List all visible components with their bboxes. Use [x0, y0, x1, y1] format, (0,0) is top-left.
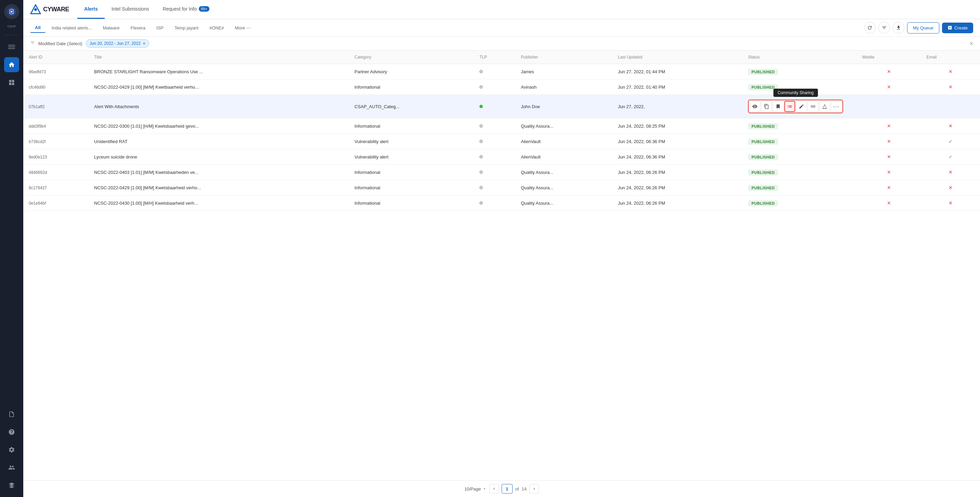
- funnel-icon[interactable]: [30, 40, 35, 46]
- svg-rect-2: [8, 45, 15, 46]
- sidebar-item-reports[interactable]: [4, 407, 19, 422]
- prev-page-button[interactable]: [489, 484, 499, 494]
- refresh-button[interactable]: [864, 22, 876, 33]
- copy-button[interactable]: [761, 101, 772, 112]
- sidebar-divider: [5, 35, 19, 35]
- table-row[interactable]: cfc46d90NCSC-2022-0429 [1.00] [M/M] Kwet…: [23, 80, 980, 95]
- more-actions-button[interactable]: ⋯: [831, 101, 842, 112]
- cell-title: BRONZE STARLIGHT Ransomware Operations U…: [89, 64, 349, 80]
- sidebar-item-home[interactable]: [4, 57, 19, 72]
- tab-intel-submissions[interactable]: Intel Submissions: [105, 0, 156, 19]
- filter-chip-close[interactable]: ×: [143, 41, 145, 46]
- tab-alerts[interactable]: Alerts: [77, 0, 105, 19]
- cell-email: ✕: [921, 118, 980, 134]
- main-content: CYWARE Alerts Intel Submissions Request …: [23, 0, 980, 497]
- cell-status: PUBLISHED: [743, 196, 857, 211]
- table-row[interactable]: 96edfd73BRONZE STARLIGHT Ransomware Oper…: [23, 64, 980, 80]
- status-badge: PUBLISHED: [748, 169, 778, 175]
- sidebar-item-users[interactable]: [4, 460, 19, 475]
- cell-last-updated: Jun 24, 2022, 06:26 PM: [612, 165, 743, 180]
- table-row[interactable]: 8c179437NCSC-2022-0429 [1.00] [M/M] Kwet…: [23, 180, 980, 196]
- status-badge: PUBLISHED: [748, 139, 778, 145]
- filter-tab-more[interactable]: More ⋯: [230, 23, 256, 32]
- filter-chip[interactable]: Jun 20, 2022 - Jun 27, 2022 ×: [86, 39, 150, 48]
- filter-tab-malware[interactable]: Malware: [98, 23, 124, 32]
- app-name-label: CSAP: [8, 25, 16, 28]
- cell-email: ✕: [921, 165, 980, 180]
- cell-title: Lyceum suicide drone: [89, 149, 349, 165]
- cell-publisher: Avinash: [515, 80, 612, 95]
- table-row[interactable]: b738cd2fUnidentified RATVulnerability al…: [23, 134, 980, 149]
- row-actions-wrapper: ⋯: [748, 100, 843, 113]
- cell-title: NCSC-2022-0430 [1.00] [M/H] Kwetsbaarhei…: [89, 196, 349, 211]
- tlp-button[interactable]: [819, 101, 830, 112]
- cell-tlp: [474, 118, 515, 134]
- table-row[interactable]: 4846692dNCSC-2022-0403 [1.01] [M/M] Kwet…: [23, 165, 980, 180]
- cell-mobile: ✕: [857, 196, 921, 211]
- brand-name: CYWARE: [43, 6, 69, 13]
- filter-tab-all[interactable]: All: [30, 23, 46, 33]
- sidebar-item-help[interactable]: [4, 424, 19, 440]
- sidebar-item-dashboard[interactable]: [4, 75, 19, 90]
- cell-publisher: AlienVault: [515, 134, 612, 149]
- pagination-bar: 10/Page 1 of 14: [23, 480, 980, 497]
- cell-email: ✕: [921, 196, 980, 211]
- tab-request-for-info[interactable]: Request for Info 99+: [156, 0, 216, 19]
- col-category: Category: [349, 51, 474, 64]
- cell-tlp: [474, 196, 515, 211]
- sidebar-item-menu[interactable]: [4, 39, 19, 54]
- cell-status: PUBLISHED: [743, 149, 857, 165]
- cell-publisher: Quality Assura...: [515, 180, 612, 196]
- cell-category: Informational: [349, 196, 474, 211]
- svg-rect-6: [12, 80, 14, 83]
- export-button[interactable]: [893, 22, 904, 33]
- cell-last-updated: Jun 27, 2022, 01:40 PM: [612, 80, 743, 95]
- community-sharing-button[interactable]: [784, 101, 795, 112]
- svg-point-1: [11, 11, 12, 12]
- my-queue-button[interactable]: My Queue: [907, 22, 939, 33]
- table-row[interactable]: ddd3f9b4NCSC-2022-0300 [1.01] [H/M] Kwet…: [23, 118, 980, 134]
- edit-button[interactable]: [796, 101, 807, 112]
- view-button[interactable]: [749, 101, 760, 112]
- link-button[interactable]: [808, 101, 818, 112]
- filter-tab-temp-jayant[interactable]: Temp jayant: [170, 23, 203, 32]
- cell-mobile: ✕: [857, 149, 921, 165]
- col-publisher: Publisher: [515, 51, 612, 64]
- table-row[interactable]: 0e1e64bfNCSC-2022-0430 [1.00] [M/H] Kwet…: [23, 196, 980, 211]
- filter-tab-flexera[interactable]: Flexera: [126, 23, 150, 32]
- cell-category: Vulnerability alert: [349, 149, 474, 165]
- filter-label: Modified Date (Select): [38, 41, 83, 46]
- table-row[interactable]: 07b1aff2Alert With AttachmentsCSAP_AUTO_…: [23, 95, 980, 118]
- current-page: 1: [502, 484, 512, 494]
- bookmark-button[interactable]: [773, 101, 784, 112]
- filter-bar: All India related alerts... Malware Flex…: [23, 19, 980, 37]
- filter-tab-india[interactable]: India related alerts...: [47, 23, 97, 32]
- create-button[interactable]: Create: [942, 22, 973, 33]
- cell-tlp: [474, 64, 515, 80]
- sidebar-item-settings[interactable]: [4, 442, 19, 457]
- svg-rect-7: [9, 83, 12, 85]
- app-logo: [4, 4, 19, 19]
- cell-last-updated: Jun 24, 2022, 08:25 PM: [612, 118, 743, 134]
- cell-publisher: John Doe: [515, 95, 612, 118]
- filter-button[interactable]: [878, 22, 890, 33]
- sidebar-item-cyware[interactable]: [4, 478, 19, 493]
- cell-category: Partner Advisory: [349, 64, 474, 80]
- table-row[interactable]: 9ed0e123Lyceum suicide droneVulnerabilit…: [23, 149, 980, 165]
- filter-tab-one[interactable]: #ONE#: [205, 23, 229, 32]
- filter-tab-isp[interactable]: ISP: [151, 23, 169, 32]
- cell-tlp: [474, 95, 515, 118]
- next-page-button[interactable]: [529, 484, 539, 494]
- alerts-table: Alert ID Title Category TLP Publisher La…: [23, 51, 980, 211]
- status-badge: PUBLISHED: [748, 69, 778, 75]
- page-size-selector[interactable]: 10/Page: [465, 486, 486, 492]
- cell-status: PUBLISHED: [743, 64, 857, 80]
- cell-title: NCSC-2022-0429 [1.00] [M/M] Kwetbaarheid…: [89, 80, 349, 95]
- filter-actions: My Queue Create: [864, 22, 973, 33]
- sidebar: CSAP: [0, 0, 23, 497]
- cell-alert-id: 9ed0e123: [23, 149, 89, 165]
- cell-category: Informational: [349, 118, 474, 134]
- cell-publisher: Quality Assura...: [515, 118, 612, 134]
- cell-email: ✓: [921, 134, 980, 149]
- filter-clear-button[interactable]: ×: [969, 40, 973, 47]
